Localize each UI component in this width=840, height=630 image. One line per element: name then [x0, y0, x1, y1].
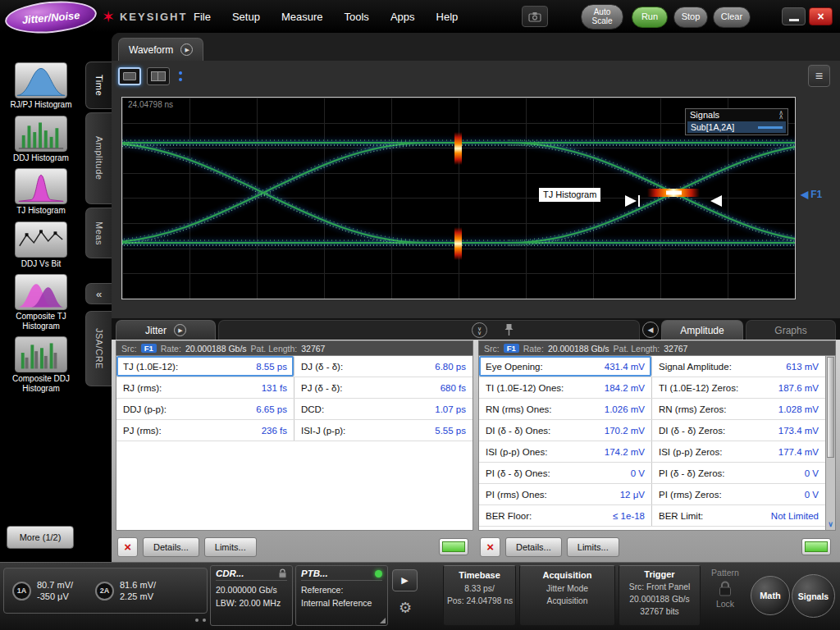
meas-cell[interactable]: PI (rms) Ones:12 μV [479, 484, 652, 504]
meas-cell[interactable]: PI (δ - δ) Ones:0 V [479, 463, 652, 483]
eye-diagram-plot[interactable]: 24.04798 ns Signals ∧∧ Sub[1A,2A] TJ His… [121, 97, 796, 299]
app-window: ✶ KEYSIGHT File Setup Measure Tools Apps… [0, 0, 840, 630]
side-tab-amplitude[interactable]: Amplitude [85, 112, 112, 204]
screenshot-button[interactable] [522, 6, 548, 27]
timebase-panel[interactable]: Timebase 8.33 ps/ Pos: 24.04798 ns [443, 565, 516, 626]
circle-play-icon[interactable]: ▶ [180, 43, 193, 56]
close-button[interactable]: × [809, 7, 833, 25]
scrollbar-thumb[interactable] [827, 357, 834, 458]
circle-play-icon[interactable]: ▶ [174, 324, 186, 336]
menu-setup[interactable]: Setup [232, 11, 260, 23]
tab-waveform[interactable]: Waveform ▶ [118, 38, 203, 61]
panel-back-icon[interactable]: ◀ [642, 322, 659, 338]
sidebar-item-composite-ddj-histogram[interactable]: Composite DDJ Histogram [2, 336, 80, 393]
source-badge[interactable]: F1 [141, 344, 157, 353]
meas-cell[interactable]: DI (δ - δ) Zeros:173.4 mV [652, 420, 825, 441]
meas-cell[interactable]: TI (1.0E-12) Zeros:187.6 mV [652, 377, 825, 398]
math-button[interactable]: Math [751, 576, 790, 615]
auto-scale-button[interactable]: Auto Scale [581, 4, 623, 30]
stop-button[interactable]: Stop [673, 7, 708, 28]
meas-cell[interactable]: PI (rms) Zeros:0 V [652, 484, 825, 504]
meas-cell[interactable]: DJ (δ - δ):6.80 ps [294, 356, 472, 377]
sidebar-item-tj-histogram[interactable]: TJ Histogram [2, 168, 80, 216]
tab-amplitude[interactable]: Amplitude [661, 320, 743, 340]
pattern-lock-panel[interactable]: Pattern Lock [704, 568, 746, 609]
meas-cell[interactable]: ISI (p-p) Ones:174.2 mV [479, 441, 652, 462]
legend-collapse-icon[interactable]: ∧∧ [778, 111, 783, 119]
collapse-sidebar-button[interactable]: « [85, 283, 112, 304]
legend-entry[interactable]: Sub[1A,2A] [687, 121, 786, 133]
sidebar-item-composite-tj-histogram[interactable]: Composite TJ Histogram [2, 274, 80, 331]
pin-icon[interactable] [503, 323, 515, 337]
menu-apps[interactable]: Apps [390, 11, 415, 23]
single-display-button[interactable] [118, 67, 141, 85]
sidebar-item-label: TJ Histogram [2, 206, 80, 216]
clear-button[interactable]: Clear [713, 7, 751, 28]
clear-measurement-button[interactable]: × [480, 537, 500, 557]
tab-graphs[interactable]: Graphs [746, 320, 836, 340]
acquisition-panel[interactable]: Acquisition Jitter Mode Acquisition [519, 565, 615, 626]
side-tab-time[interactable]: Time [85, 62, 112, 109]
amplitude-panel-header: Src: F1 Rate:20.000188 Gb/s Pat. Length:… [478, 340, 836, 355]
meas-cell[interactable]: ISI (p-p) Zeros:177.4 mV [652, 441, 825, 462]
ptb-panel[interactable]: PTB... Reference: Internal Reference [295, 565, 388, 626]
meas-cell[interactable]: PJ (δ - δ):680 fs [294, 377, 472, 398]
menu-help[interactable]: Help [436, 11, 459, 23]
kebab-menu-icon[interactable] [179, 71, 182, 81]
signals-button[interactable]: Signals [792, 574, 835, 618]
limits-button[interactable]: Limits... [567, 537, 619, 557]
side-tab-meas[interactable]: Meas [85, 208, 112, 258]
meas-cell[interactable]: Signal Amplitude:613 mV [652, 356, 825, 377]
statusbar: 1A 80.7 mV/ -350 μV 2A 81.6 mV/ 2.25 mV … [0, 562, 840, 630]
minimize-button[interactable] [782, 7, 806, 25]
details-button[interactable]: Details... [143, 537, 199, 557]
tj-marker-left-icon[interactable] [710, 195, 722, 207]
scroll-down-icon[interactable]: ∨ [826, 520, 835, 530]
meas-cell[interactable]: RN (rms) Ones:1.026 mV [479, 399, 652, 419]
composite-tj-thumbnail-icon [15, 274, 67, 310]
meas-cell[interactable]: RN (rms) Zeros:1.028 mV [652, 399, 825, 419]
ptb-play-button[interactable]: ▶ [392, 569, 418, 591]
split-display-button[interactable] [147, 67, 170, 85]
sidebar-item-rjpj-histogram[interactable]: RJ/PJ Histogram [2, 62, 80, 110]
meas-cell[interactable]: TJ (1.0E-12):8.55 ps [116, 356, 294, 377]
meas-cell[interactable]: BER Floor:≤ 1e-18 [479, 505, 652, 526]
cdr-panel[interactable]: CDR... 20.000000 Gb/s LBW: 20.00 MHz [210, 565, 293, 626]
meas-cell[interactable]: ISI-J (p-p):5.55 ps [294, 420, 472, 441]
tj-marker-right-icon[interactable] [625, 195, 637, 207]
keysight-logo: ✶ KEYSIGHT [102, 0, 187, 33]
f1-source-marker[interactable]: ◀ F1 [801, 189, 822, 200]
details-button[interactable]: Details... [505, 537, 562, 557]
sidebar-item-ddj-vs-bit[interactable]: DDJ Vs Bit [2, 221, 80, 269]
ptb-reference-value: Internal Reference [301, 596, 382, 609]
collapse-panel-icon[interactable]: ∨∨ [472, 322, 487, 338]
run-button[interactable]: Run [632, 7, 668, 28]
meas-cell[interactable]: DCD:1.07 ps [294, 399, 472, 419]
sidebar-more-button[interactable]: More (1/2) [7, 526, 74, 549]
menu-measure[interactable]: Measure [281, 11, 323, 23]
menu-file[interactable]: File [194, 11, 211, 23]
meas-cell[interactable]: PJ (rms):236 fs [116, 420, 294, 441]
sidebar-item-ddj-histogram[interactable]: DDJ Histogram [2, 116, 80, 163]
meas-cell[interactable]: DI (δ - δ) Ones:170.2 mV [479, 420, 652, 441]
source-badge[interactable]: F1 [504, 344, 519, 353]
trigger-panel[interactable]: Trigger Src: Front Panel 20.000188 Gb/s … [619, 565, 701, 626]
meas-cell[interactable]: TI (1.0E-12) Ones:184.2 mV [479, 377, 652, 398]
settings-button[interactable]: ⚙ [395, 597, 416, 619]
meas-cell[interactable]: BER Limit:Not Limited [652, 505, 825, 526]
hamburger-menu-icon[interactable]: ≡ [808, 65, 830, 87]
meas-cell[interactable]: Eye Opening:431.4 mV [479, 356, 652, 377]
tab-jitter[interactable]: Jitter ▶ [116, 320, 216, 340]
clear-measurement-button[interactable]: × [117, 537, 138, 557]
channels-panel[interactable]: 1A 80.7 mV/ -350 μV 2A 81.6 mV/ 2.25 mV [3, 568, 208, 614]
meas-cell[interactable]: PI (δ - δ) Zeros:0 V [652, 463, 825, 483]
limits-button[interactable]: Limits... [204, 537, 257, 557]
scrollbar[interactable]: ∨ [825, 356, 835, 530]
menu-tools[interactable]: Tools [345, 11, 369, 23]
meas-cell[interactable]: RJ (rms):131 fs [116, 377, 294, 398]
tj-histogram-tag[interactable]: TJ Histogram [539, 188, 600, 202]
side-tab-jsacre[interactable]: JSA/CRE [85, 311, 112, 386]
channel-1a-badge[interactable]: 1A [12, 582, 31, 600]
meas-cell[interactable]: DDJ (p-p):6.65 ps [116, 399, 294, 419]
channel-2a-badge[interactable]: 2A [95, 582, 114, 600]
